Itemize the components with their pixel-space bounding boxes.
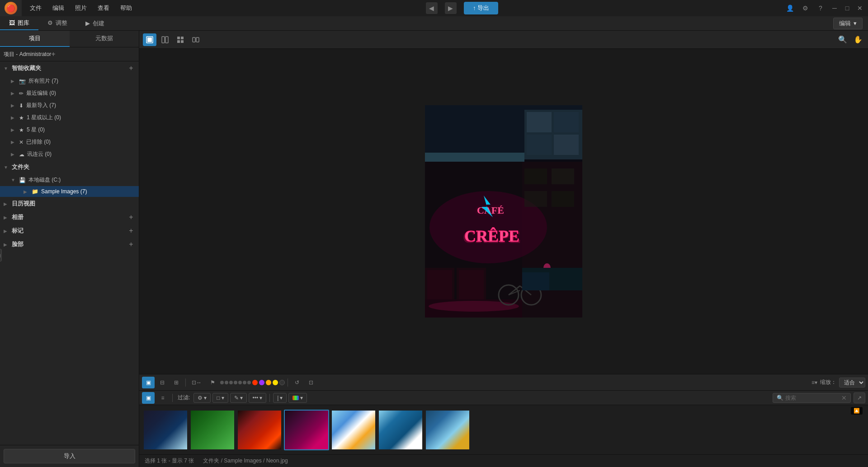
- smart-rejected[interactable]: ▶ ✕ 已排除 (0): [0, 136, 139, 148]
- hand-tool-button[interactable]: ✋: [852, 33, 864, 46]
- filter-type-btn[interactable]: ⚙ ▾: [193, 393, 211, 403]
- tags-header[interactable]: ▶ 标记 +: [0, 224, 139, 238]
- search-clear-button[interactable]: ✕: [841, 394, 847, 402]
- modulebar: 🖼 图库 ⚙ 调整 ▶ 创建 编辑 ▾: [0, 16, 868, 31]
- filter-grid-btn[interactable]: ▣: [142, 392, 155, 404]
- all-photos-arrow: ▶: [11, 79, 17, 84]
- color-label-orange[interactable]: [266, 380, 271, 385]
- smart-recent-edit[interactable]: ▶ ✏ 最近编辑 (0): [0, 87, 139, 99]
- tab-adjust[interactable]: ⚙ 调整: [38, 16, 76, 30]
- filmstrip[interactable]: 🔼: [139, 405, 868, 454]
- project-add-icon[interactable]: +: [51, 50, 55, 58]
- import-button[interactable]: 导入: [4, 449, 135, 463]
- search-input[interactable]: [785, 395, 840, 401]
- thumbnail-image-2: [191, 411, 234, 449]
- filmstrip-compare-btn[interactable]: ⊡↔: [189, 377, 205, 388]
- menu-file[interactable]: 文件: [25, 2, 46, 14]
- smart-cloud[interactable]: ▶ ☁ 讯连云 (0): [0, 148, 139, 160]
- color-filter-btn[interactable]: ▾: [288, 393, 307, 403]
- sidebar-tab-metadata[interactable]: 元数据: [70, 31, 139, 47]
- thumbnail-4[interactable]: [284, 410, 329, 450]
- menu-photo[interactable]: 照片: [71, 2, 91, 14]
- filter-list-btn[interactable]: ≡: [156, 392, 169, 404]
- color-label-purple[interactable]: [259, 380, 264, 385]
- filter-more-btn[interactable]: ••• ▾: [249, 393, 267, 403]
- smart-all-photos[interactable]: ▶ 📷 所有照片 (7): [0, 75, 139, 87]
- svg-rect-4: [177, 37, 180, 39]
- thumbnail-7[interactable]: [425, 410, 470, 450]
- zoom-select[interactable]: 适合: [839, 378, 865, 388]
- filmstrip-rotate-btn[interactable]: ↺: [291, 377, 303, 388]
- project-header: 项目 - Administrator +: [0, 47, 139, 61]
- menu-edit[interactable]: 编辑: [48, 2, 69, 14]
- compare-view-button[interactable]: [158, 33, 172, 46]
- smart-collections-header[interactable]: ▼ 智能收藏夹 +: [0, 61, 139, 75]
- albums-title: 相册: [12, 213, 127, 221]
- tab-library[interactable]: 🖼 图库: [0, 16, 38, 30]
- folders-title: 文件夹: [12, 163, 135, 171]
- smart-collections-add-icon[interactable]: +: [127, 64, 135, 72]
- thumbnail-5[interactable]: [331, 410, 376, 450]
- tags-add-icon[interactable]: +: [127, 227, 135, 235]
- menu-help[interactable]: 帮助: [116, 2, 137, 14]
- folder-local-disk[interactable]: ▼ 💾 本地磁盘 (C:): [0, 174, 139, 186]
- sidebar-scroll[interactable]: 项目 - Administrator + ▼ 智能收藏夹 + ▶ 📷 所有照片 …: [0, 47, 139, 445]
- albums-add-icon[interactable]: +: [127, 213, 135, 221]
- color-label-none[interactable]: [279, 380, 285, 385]
- grid-view-button[interactable]: [174, 33, 187, 46]
- search-button[interactable]: 🔍: [836, 33, 849, 46]
- filmstrip-counter: 🔼: [851, 407, 863, 415]
- sort-order-btn[interactable]: | ▾: [273, 393, 287, 403]
- filter-type-icon: ⚙: [198, 395, 203, 401]
- filmstrip-flag-btn[interactable]: ⚑: [206, 377, 219, 388]
- filmstrip-single-view[interactable]: ▣: [142, 377, 155, 388]
- sidebar-collapse-button[interactable]: ◀: [0, 249, 2, 262]
- help-icon-button[interactable]: ?: [815, 2, 826, 14]
- filmstrip-grid-view[interactable]: ⊞: [170, 377, 183, 388]
- folders-header[interactable]: ▼ 文件夹: [0, 160, 139, 174]
- albums-header[interactable]: ▶ 相册 +: [0, 210, 139, 224]
- folder-sample-images[interactable]: ▶ 📁 Sample Images (7): [0, 186, 139, 197]
- main-area: 项目 元数据 项目 - Administrator + ▼ 智能收藏夹 + ▶ …: [0, 31, 868, 467]
- filmstrip-split-view[interactable]: ⊟: [156, 377, 169, 388]
- loupe-view-button[interactable]: [143, 33, 156, 46]
- faces-arrow: ▶: [4, 242, 10, 247]
- filter-edit-btn[interactable]: ✎ ▾: [230, 393, 247, 403]
- menu-view[interactable]: 查看: [93, 2, 114, 14]
- faces-header[interactable]: ▶ 脸部 +: [0, 238, 139, 251]
- preview-area: CAFÉ CAFÉ CRÊPE CRÊPE: [139, 49, 868, 374]
- user-icon-button[interactable]: 👤: [784, 2, 796, 14]
- filter-flag-btn[interactable]: □ ▾: [212, 393, 228, 403]
- smart-1star[interactable]: ▶ ★ 1 星或以上 (0): [0, 112, 139, 124]
- filmstrip-crop-btn[interactable]: ⊡: [305, 377, 317, 388]
- sort-button[interactable]: ≡▾: [811, 379, 817, 386]
- minimize-button[interactable]: ─: [830, 4, 839, 13]
- export-button[interactable]: ↑ 导出: [464, 2, 498, 14]
- nav-back-button[interactable]: ◀: [426, 2, 438, 14]
- thumbnail-2[interactable]: [190, 410, 235, 450]
- mode-selector[interactable]: 编辑 ▾: [833, 18, 863, 29]
- thumbnail-1[interactable]: [143, 410, 188, 450]
- sidebar-tab-project[interactable]: 项目: [0, 31, 70, 47]
- smart-5star[interactable]: ▶ ★ 5 星 (0): [0, 124, 139, 136]
- color-label-yellow[interactable]: [273, 380, 278, 385]
- smart-recent-import[interactable]: ▶ ⬇ 最新导入 (7): [0, 99, 139, 112]
- settings-icon-button[interactable]: ⚙: [799, 2, 811, 14]
- tab-create[interactable]: ▶ 创建: [76, 16, 113, 30]
- svg-text:CRÊPE: CRÊPE: [464, 227, 519, 245]
- calendar-header[interactable]: ▶ 日历视图: [0, 197, 139, 210]
- cloud-icon: ☁: [19, 151, 24, 158]
- recent-import-label: 最新导入 (7): [26, 102, 56, 109]
- thumbnail-6[interactable]: [378, 410, 423, 450]
- svg-rect-44: [524, 191, 547, 207]
- thumbnail-3[interactable]: [237, 410, 282, 450]
- faces-add-icon[interactable]: +: [127, 240, 135, 248]
- color-label-red[interactable]: [252, 380, 258, 385]
- sample-images-icon: 📁: [32, 188, 38, 195]
- filmstrip-toolbar: ▣ ⊟ ⊞ ⊡↔ ⚑ ↺ ⊡: [139, 374, 868, 390]
- maximize-button[interactable]: □: [843, 4, 852, 13]
- expand-filmstrip-button[interactable]: ↗: [854, 392, 865, 403]
- survey-view-button[interactable]: [189, 33, 203, 46]
- nav-forward-button[interactable]: ▶: [445, 2, 457, 14]
- close-button[interactable]: ✕: [855, 4, 864, 13]
